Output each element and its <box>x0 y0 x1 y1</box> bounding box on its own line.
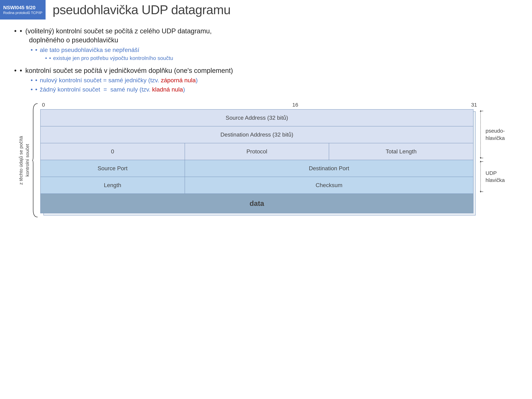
course-id: NSWI045 <box>3 5 25 10</box>
table-row: Destination Address (32 bitů) <box>40 126 473 143</box>
udp-label: UDPhlavička <box>486 170 505 184</box>
left-brace-icon <box>32 102 38 219</box>
bullet-2-sub-1-marker: • <box>35 76 38 84</box>
bit-0: 0 <box>42 102 45 108</box>
bullet-1-sub-1-text: ale tato pseudohlavička se nepřenáší <box>40 46 139 53</box>
diagram-main: 0 16 31 Source Address (32 bitů) <box>40 102 518 213</box>
main-bullet-list: • (volitelný) kontrolní součet se počítá… <box>14 27 518 95</box>
dest-port-cell: Destination Port <box>185 160 473 177</box>
course-code: NSWI045 9/20 <box>3 5 42 11</box>
bullet-1-sub-1-marker: • <box>35 46 38 54</box>
source-port-cell: Source Port <box>40 160 185 177</box>
bullet-2-sub-2-text: žádný kontrolní součet = samé nuly (tzv.… <box>40 85 185 94</box>
bullet-2-marker: • <box>20 66 22 75</box>
pseudo-arrow-icon <box>479 109 484 160</box>
bullet-2: • kontrolní součet se počítá v jedničkov… <box>14 66 518 95</box>
right-annotations: pseudo-hlavička UDPhlavička <box>479 109 518 213</box>
bullet-2-sub-1: • nulový kontrolní součet = samé jedničk… <box>31 76 233 84</box>
bullet-1-sublist: • ale tato pseudohlavička se nepřenáší •… <box>25 46 212 63</box>
bullet-2-text: kontrolní součet se počítá v jedničkovém… <box>25 67 233 74</box>
bit-31: 31 <box>471 102 477 108</box>
table-row: Source Address (32 bitů) <box>40 109 473 126</box>
dest-address-cell: Destination Address (32 bitů) <box>40 126 473 143</box>
zero-cell: 0 <box>40 143 185 160</box>
bullet-1: • (volitelný) kontrolní součet se počítá… <box>14 27 518 64</box>
bullet-1-sub-1: • ale tato pseudohlavička se nepřenáší •… <box>31 46 212 63</box>
header: NSWI045 9/20 Rodina protokolů TCP/IP pse… <box>0 0 532 19</box>
bullet-1-text: (volitelný) kontrolní součet se počítá z… <box>25 27 212 44</box>
diagram-table-container: Source Address (32 bitů) Destination Add… <box>40 109 474 213</box>
bit-16: 16 <box>218 102 298 108</box>
bullet-2-sublist: • nulový kontrolní součet = samé jedničk… <box>25 76 233 94</box>
udp-arrow-icon <box>479 160 484 193</box>
bullet-2-sub-2: • žádný kontrolní součet = samé nuly (tz… <box>31 85 233 94</box>
total-length-cell: Total Length <box>329 143 473 160</box>
page-number: 9/20 <box>26 5 36 10</box>
slide-title: pseudohlavička UDP datagramu <box>45 0 532 19</box>
pseudo-label: pseudo-hlavička <box>486 127 505 142</box>
pseudo-annotation: pseudo-hlavička <box>479 109 518 160</box>
course-subtitle: Rodina protokolů TCP/IP <box>3 11 42 15</box>
bit-ruler: 0 16 31 <box>40 102 518 109</box>
table-row: 0 Protocol Total Length <box>40 143 473 160</box>
bullet-1-sub-sub-list: • existuje jen pro potřebu výpočtu kontr… <box>40 55 173 62</box>
udp-annotation: UDPhlavička <box>479 160 518 193</box>
vertical-label: z těchto údajů se počítákontrolní součet <box>18 136 31 185</box>
diagram-table-and-labels: Source Address (32 bitů) Destination Add… <box>40 109 518 213</box>
content-area: • (volitelný) kontrolní součet se počítá… <box>0 19 532 219</box>
header-badge: NSWI045 9/20 Rodina protokolů TCP/IP <box>0 0 45 19</box>
packet-diagram: Source Address (32 bitů) Destination Add… <box>40 109 474 213</box>
bullet-1-sub-sub-1-text: existuje jen pro potřebu výpočtu kontrol… <box>53 55 173 62</box>
table-row: Source Port Destination Port <box>40 160 473 177</box>
diagram-area: z těchto údajů se počítákontrolní součet… <box>14 102 518 219</box>
checksum-cell: Checksum <box>185 177 473 194</box>
table-row: Length Checksum <box>40 177 473 194</box>
length-cell: Length <box>40 177 185 194</box>
bullet-2-sub-2-marker: • <box>35 85 38 94</box>
bullet-2-sub-1-text: nulový kontrolní součet = samé jedničky … <box>40 76 197 84</box>
protocol-cell: Protocol <box>185 143 329 160</box>
source-address-cell: Source Address (32 bitů) <box>40 109 473 126</box>
bullet-1-marker: • <box>20 27 22 36</box>
table-row: data <box>40 194 473 213</box>
data-cell: data <box>40 194 473 213</box>
bullet-1-sub-sub-1: • existuje jen pro potřebu výpočtu kontr… <box>45 55 173 62</box>
